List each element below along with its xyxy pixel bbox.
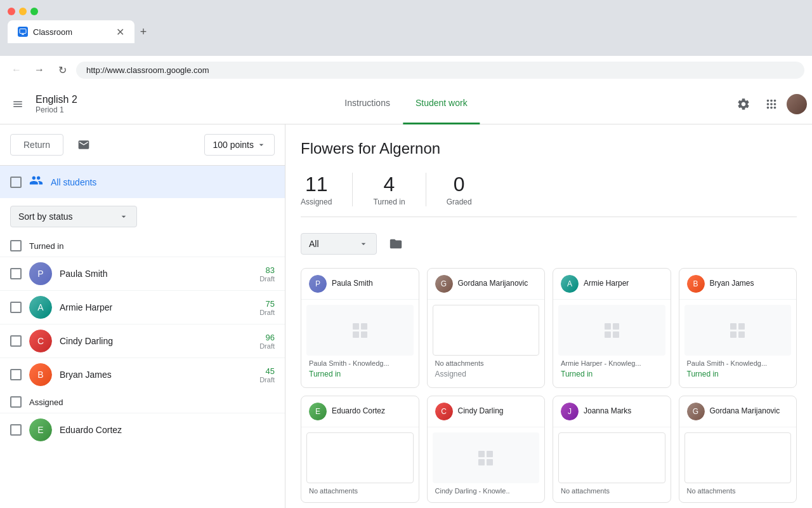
student-name: Cindy Darling: [60, 336, 259, 346]
section-assigned: Assigned: [0, 391, 285, 413]
sidebar: Return 100 points All students Sort by s…: [0, 124, 285, 508]
menu-icon[interactable]: [5, 91, 30, 117]
forward-button[interactable]: →: [30, 61, 48, 79]
new-tab-button[interactable]: +: [134, 23, 152, 41]
card-avatar: J: [561, 403, 579, 420]
sort-dropdown[interactable]: Sort by status: [10, 206, 137, 227]
card-attachment: [684, 432, 792, 483]
card-header: G Gordana Marijanovic: [428, 269, 545, 300]
section-turned-in-checkbox[interactable]: [10, 240, 22, 251]
student-grade: 45 Draft: [259, 366, 275, 384]
filter-dropdown[interactable]: All: [301, 233, 377, 255]
student-checkbox[interactable]: [10, 369, 22, 380]
header-tabs: Instructions Student work: [332, 84, 480, 124]
student-avatar-eduardo: E: [29, 418, 52, 441]
card-body: No attachments: [679, 427, 797, 502]
doc-icon: [730, 323, 745, 338]
section-turned-in-label: Turned in: [29, 241, 63, 251]
header-right: [731, 91, 807, 117]
card-student-name: Paula Smith: [332, 279, 373, 289]
all-students-row[interactable]: All students: [0, 166, 285, 198]
browser-tab[interactable]: Classroom ✕: [8, 20, 134, 43]
points-dropdown[interactable]: 100 points: [204, 134, 275, 156]
tab-instructions[interactable]: Instructions: [332, 84, 403, 124]
card-attachment: [558, 432, 665, 483]
student-card[interactable]: E Eduardo Cortez No attachments: [301, 396, 419, 503]
card-header: E Eduardo Cortez: [301, 396, 419, 427]
student-row[interactable]: P Paula Smith 83 Draft: [0, 257, 285, 290]
student-checkbox[interactable]: [10, 268, 22, 279]
student-card[interactable]: P Paula Smith Paula Smith - Knowledg... …: [301, 268, 419, 388]
traffic-light-red[interactable]: [8, 8, 15, 15]
stat-graded-label: Graded: [447, 197, 472, 206]
student-checkbox[interactable]: [10, 302, 22, 313]
browser-toolbar: ← → ↻: [0, 56, 812, 84]
card-status: Turned in: [684, 370, 792, 382]
all-students-checkbox[interactable]: [10, 177, 22, 188]
tab-title: Classroom: [33, 27, 72, 37]
card-body: Paula Smith - Knowledg... Turned in: [679, 300, 797, 387]
tab-student-work[interactable]: Student work: [403, 84, 480, 124]
group-icon: [29, 173, 43, 190]
section-turned-in: Turned in: [0, 235, 285, 257]
stat-assigned-label: Assigned: [301, 197, 332, 206]
classroom-favicon: [18, 27, 28, 37]
student-checkbox[interactable]: [10, 424, 22, 436]
student-avatar-cindy: C: [29, 330, 52, 352]
return-button[interactable]: Return: [10, 134, 63, 156]
student-grade: 83 Draft: [259, 265, 275, 283]
card-body: No attachments: [553, 427, 671, 502]
settings-button[interactable]: [731, 91, 756, 117]
card-avatar: G: [687, 403, 705, 420]
card-filename: Paula Smith - Knowledg...: [684, 359, 792, 367]
avatar-image: [787, 94, 807, 114]
assignment-title: Flowers for Algernon: [301, 140, 797, 157]
card-attachment: [306, 432, 414, 483]
student-card[interactable]: G Gordana Marijanovic No attachments Ass…: [427, 268, 546, 388]
student-row[interactable]: B Bryan James 45 Draft: [0, 358, 285, 391]
back-button[interactable]: ←: [8, 61, 25, 79]
student-row[interactable]: C Cindy Darling 96 Draft: [0, 324, 285, 358]
card-student-name: Eduardo Cortez: [332, 406, 385, 417]
student-card[interactable]: C Cindy Darling Cindy Darling - Knowle..: [427, 396, 546, 503]
card-body: No attachments Assigned: [428, 300, 545, 387]
student-card[interactable]: B Bryan James Paula Smith - Knowledg... …: [679, 268, 797, 388]
apps-button[interactable]: [759, 91, 784, 117]
student-checkbox[interactable]: [10, 335, 22, 347]
app-header: English 2 Period 1 Instructions Student …: [0, 84, 812, 124]
tab-close-button[interactable]: ✕: [116, 26, 124, 38]
stat-assigned-number: 11: [301, 173, 332, 196]
traffic-light-green[interactable]: [30, 8, 38, 15]
card-header: G Gordana Marijanovic: [679, 396, 797, 427]
section-assigned-checkbox[interactable]: [10, 396, 22, 408]
card-avatar: G: [435, 275, 453, 293]
stats-row: 11 Assigned 4 Turned in 0 Graded: [301, 173, 797, 217]
course-info: English 2 Period 1: [36, 94, 77, 114]
student-name: Bryan James: [60, 370, 259, 380]
stat-graded-number: 0: [447, 173, 472, 196]
address-bar[interactable]: [76, 62, 804, 79]
student-card[interactable]: A Armie Harper Armie Harper - Knowleg...…: [553, 268, 671, 388]
student-card[interactable]: J Joanna Marks No attachments: [553, 396, 671, 503]
student-name: Armie Harper: [60, 302, 259, 312]
cards-grid: P Paula Smith Paula Smith - Knowledg... …: [301, 268, 797, 503]
card-body: Paula Smith - Knowledg... Turned in: [301, 300, 419, 387]
student-row[interactable]: A Armie Harper 75 Draft: [0, 290, 285, 324]
card-student-name: Gordana Marijanovic: [458, 279, 528, 289]
stat-graded: 0 Graded: [426, 173, 492, 206]
folder-button[interactable]: [384, 232, 407, 255]
student-row[interactable]: E Eduardo Cortez: [0, 413, 285, 446]
course-title: English 2: [36, 94, 77, 105]
reload-button[interactable]: ↻: [53, 61, 71, 79]
stat-turned-in-number: 4: [373, 173, 405, 196]
svg-rect-0: [20, 29, 26, 34]
doc-icon: [605, 323, 619, 338]
card-filename: No attachments: [558, 487, 665, 495]
student-name: Paula Smith: [60, 269, 259, 279]
stat-assigned: 11 Assigned: [301, 173, 353, 206]
mail-button[interactable]: [71, 132, 96, 157]
traffic-light-yellow[interactable]: [19, 8, 27, 15]
card-student-name: Cindy Darling: [458, 406, 504, 417]
user-avatar[interactable]: [787, 94, 807, 114]
student-card[interactable]: G Gordana Marijanovic No attachments: [679, 396, 797, 503]
